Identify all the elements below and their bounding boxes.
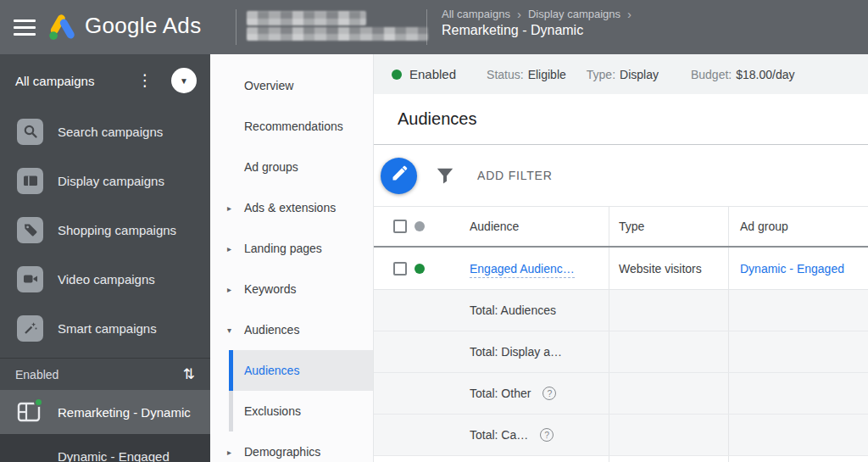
row-enabled-dot bbox=[415, 264, 425, 274]
campaign-item-remarketing-dynamic[interactable]: Remarketing - Dynamic bbox=[0, 390, 210, 434]
chevron-collapsed-icon: ▸ bbox=[227, 203, 231, 213]
help-icon[interactable]: ? bbox=[540, 428, 554, 442]
sidebar-item-search-campaigns[interactable]: Search campaigns bbox=[0, 107, 210, 156]
sidebar-item-shopping-campaigns[interactable]: Shopping campaigns bbox=[0, 205, 210, 254]
status-value: Eligible bbox=[528, 68, 566, 81]
display-icon bbox=[17, 168, 43, 194]
subnav-label: Ad groups bbox=[244, 160, 298, 174]
status-column-dot-icon bbox=[415, 221, 425, 231]
chevron-right-icon: › bbox=[627, 8, 632, 20]
campaign-filter-section: Enabled ⇅ bbox=[0, 358, 210, 390]
sidebar-item-label: Display campaigns bbox=[58, 174, 164, 188]
ad-group-link[interactable]: Dynamic - Engaged bbox=[740, 262, 844, 276]
chevron-collapsed-icon: ▸ bbox=[227, 448, 231, 457]
google-ads-logo-icon[interactable] bbox=[47, 13, 78, 45]
table-toolbar: ADD FILTER bbox=[374, 145, 868, 206]
shopping-tag-icon bbox=[17, 217, 43, 243]
type-label: Type: bbox=[587, 68, 615, 81]
page-heading-row: Audiences bbox=[374, 94, 868, 145]
top-bar: Google Ads All campaigns › Display campa… bbox=[0, 0, 868, 54]
campaign-label: Remarketing - Dynamic bbox=[58, 405, 191, 420]
total-label: Total: Ca… bbox=[470, 428, 528, 442]
ad-group-item-dynamic-engaged[interactable]: Dynamic - Engaged bbox=[0, 434, 210, 462]
page-title: Audiences bbox=[398, 109, 476, 129]
total-row-campaign: Total: Ca… ? bbox=[374, 415, 868, 456]
status-label: Status: bbox=[487, 68, 524, 81]
table-filler-row bbox=[374, 456, 868, 462]
total-row-audiences: Total: Audiences bbox=[374, 290, 868, 331]
subnav-label: Audiences bbox=[244, 323, 299, 337]
subnav-item-recommendations[interactable]: Recommendations bbox=[210, 106, 373, 147]
breadcrumb-all-campaigns[interactable]: All campaigns bbox=[442, 8, 510, 20]
video-camera-icon bbox=[17, 266, 43, 292]
chevron-collapsed-icon: ▸ bbox=[227, 244, 231, 253]
breadcrumb: All campaigns › Display campaigns › Rema… bbox=[442, 8, 632, 38]
subnav-item-audiences-selected[interactable]: Audiences bbox=[210, 350, 373, 391]
subnav-item-ad-groups[interactable]: Ad groups bbox=[210, 147, 373, 187]
select-all-checkbox[interactable] bbox=[393, 220, 407, 233]
campaign-sidebar: All campaigns ⋮ ▼ Search campaigns Displ… bbox=[0, 54, 210, 462]
column-header-ad-group[interactable]: Ad group bbox=[740, 220, 788, 233]
filter-funnel-icon[interactable] bbox=[437, 168, 453, 184]
subnav-item-ads-extensions[interactable]: ▸ Ads & extensions bbox=[210, 187, 373, 228]
total-label: Total: Audiences bbox=[470, 303, 556, 317]
redacted-account-name bbox=[247, 11, 366, 25]
enabled-status-badge bbox=[34, 398, 43, 407]
type-value: Display bbox=[620, 68, 659, 81]
campaign-subnav: Overview Recommendations Ad groups ▸ Ads… bbox=[210, 54, 373, 462]
all-campaigns-label[interactable]: All campaigns bbox=[15, 74, 94, 88]
subnav-item-audiences-parent[interactable]: ▾ Audiences bbox=[210, 309, 373, 350]
breadcrumb-display-campaigns[interactable]: Display campaigns bbox=[528, 8, 620, 20]
question-mark-glyph: ? bbox=[547, 388, 552, 398]
sidebar-header: All campaigns ⋮ ▼ bbox=[0, 54, 210, 107]
subnav-rail bbox=[229, 391, 233, 431]
campaign-status-bar: Enabled Status: Eligible Type: Display B… bbox=[374, 54, 868, 94]
ad-group-label: Dynamic - Engaged bbox=[58, 449, 170, 462]
subnav-item-exclusions[interactable]: Exclusions bbox=[210, 391, 373, 431]
column-header-type[interactable]: Type bbox=[619, 220, 644, 233]
sidebar-item-label: Video campaigns bbox=[58, 272, 155, 287]
campaign-state[interactable]: Enabled bbox=[409, 67, 456, 81]
question-mark-glyph: ? bbox=[544, 430, 549, 440]
sidebar-item-label: Shopping campaigns bbox=[58, 223, 176, 237]
redacted-account-id bbox=[247, 27, 428, 41]
hamburger-menu-icon[interactable] bbox=[14, 19, 36, 36]
column-header-audience[interactable]: Audience bbox=[470, 220, 519, 233]
help-icon[interactable]: ? bbox=[542, 387, 556, 400]
search-icon bbox=[17, 119, 43, 145]
chevron-down-icon: ▼ bbox=[180, 76, 188, 86]
subnav-label: Exclusions bbox=[244, 404, 301, 418]
display-campaign-icon bbox=[17, 401, 41, 423]
sidebar-item-smart-campaigns[interactable]: Smart campaigns bbox=[0, 303, 210, 353]
subnav-item-overview[interactable]: Overview bbox=[210, 65, 373, 106]
subnav-item-landing-pages[interactable]: ▸ Landing pages bbox=[210, 228, 373, 269]
subnav-label: Landing pages bbox=[244, 242, 322, 255]
subnav-label: Recommendations bbox=[244, 120, 343, 133]
subnav-label: Demographics bbox=[244, 445, 320, 459]
subnav-item-demographics[interactable]: ▸ Demographics bbox=[210, 431, 373, 462]
sort-icon[interactable]: ⇅ bbox=[183, 365, 195, 383]
collapse-panel-button[interactable]: ▼ bbox=[171, 68, 197, 93]
magic-wand-icon bbox=[17, 315, 43, 342]
total-label: Total: Display a… bbox=[470, 345, 562, 359]
kebab-menu-icon[interactable]: ⋮ bbox=[136, 68, 154, 93]
sidebar-item-display-campaigns[interactable]: Display campaigns bbox=[0, 156, 210, 205]
subnav-label: Ads & extensions bbox=[244, 201, 336, 214]
selected-item-indicator bbox=[229, 350, 233, 391]
subnav-item-keywords[interactable]: ▸ Keywords bbox=[210, 269, 373, 309]
table-row: Engaged Audienc… Website visitors Dynami… bbox=[374, 248, 868, 290]
chevron-right-icon: › bbox=[517, 8, 521, 20]
audience-link[interactable]: Engaged Audienc… bbox=[470, 262, 575, 278]
edit-button[interactable] bbox=[381, 158, 417, 194]
topbar-divider bbox=[426, 9, 427, 45]
total-label: Total: Other bbox=[470, 387, 531, 400]
sidebar-item-label: Smart campaigns bbox=[58, 321, 157, 336]
google-ads-app: Google Ads All campaigns › Display campa… bbox=[0, 0, 868, 462]
row-checkbox[interactable] bbox=[393, 262, 407, 276]
audience-type-value: Website visitors bbox=[619, 262, 702, 276]
add-filter-button[interactable]: ADD FILTER bbox=[477, 169, 553, 182]
subnav-label: Keywords bbox=[244, 282, 296, 296]
subnav-label: Overview bbox=[244, 79, 293, 92]
sidebar-item-video-campaigns[interactable]: Video campaigns bbox=[0, 254, 210, 303]
chevron-collapsed-icon: ▸ bbox=[227, 285, 231, 294]
